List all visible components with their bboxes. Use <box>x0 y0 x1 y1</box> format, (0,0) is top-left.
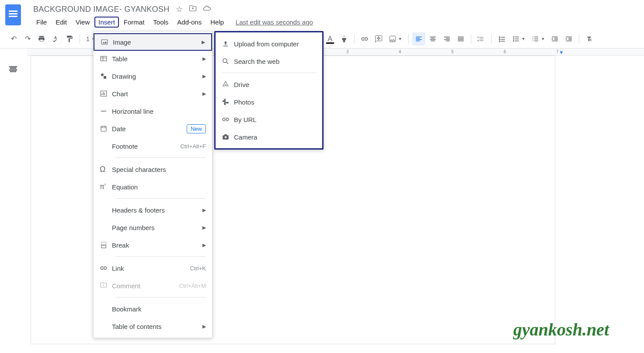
text-color-button[interactable]: A <box>324 32 337 45</box>
docs-logo[interactable] <box>4 3 22 26</box>
spellcheck-button[interactable] <box>49 32 62 45</box>
menu-add-ons[interactable]: Add-ons <box>173 17 205 28</box>
menu-item-equation[interactable]: π²Equation <box>94 178 212 196</box>
svg-point-14 <box>225 136 227 139</box>
insert-image-button[interactable]: ▼ <box>386 35 405 43</box>
menu-item-upload-from-computer[interactable]: Upload from computer <box>216 35 322 52</box>
menu-item-label: By URL <box>234 116 316 123</box>
menu-item-link[interactable]: LinkCtrl+K <box>94 259 212 277</box>
print-button[interactable] <box>35 32 48 45</box>
menu-item-comment[interactable]: CommentCtrl+Alt+M <box>94 277 212 294</box>
line-spacing-button[interactable] <box>475 35 488 43</box>
menu-item-bookmark[interactable]: Bookmark <box>94 300 212 318</box>
url-icon <box>222 115 234 123</box>
header: BACKGROUND IMAGE- GYANKOSH ☆ FileEditVie… <box>0 0 644 30</box>
comment-icon <box>100 282 112 290</box>
menu-item-table[interactable]: Table▶ <box>94 50 212 67</box>
menu-item-label: Special characters <box>112 166 206 173</box>
shortcut-label: Ctrl+Alt+M <box>179 283 206 289</box>
svg-point-5 <box>101 73 104 76</box>
svg-rect-8 <box>101 126 106 131</box>
star-icon[interactable]: ☆ <box>176 4 183 14</box>
menu-item-label: Drive <box>234 81 316 88</box>
image-submenu: Upload from computerSearch the webDriveP… <box>214 31 324 150</box>
shortcut-label: Ctrl+Alt+F <box>180 143 206 150</box>
menu-help[interactable]: Help <box>206 17 228 28</box>
menu-item-label: Search the web <box>234 58 316 65</box>
redo-button[interactable]: ↷ <box>21 32 34 45</box>
chart-icon <box>100 90 112 98</box>
menu-item-photos[interactable]: Photos <box>216 93 322 111</box>
menu-file[interactable]: File <box>32 17 51 28</box>
menubar: FileEditViewInsertFormatToolsAdd-onsHelp… <box>27 15 644 30</box>
numbered-list-button[interactable]: ▼ <box>529 35 548 43</box>
menu-item-break[interactable]: Break▶ <box>94 236 212 254</box>
ruler-mark: 5 <box>451 49 454 54</box>
menu-item-by-url[interactable]: By URL <box>216 111 322 128</box>
menu-format[interactable]: Format <box>120 17 149 28</box>
align-right-button[interactable] <box>440 32 453 45</box>
menu-item-headers-&-footers[interactable]: Headers & footers▶ <box>94 201 212 219</box>
last-edit-link[interactable]: Last edit was seconds ago <box>236 18 313 26</box>
paint-format-button[interactable] <box>63 32 76 45</box>
menu-item-label: Comment <box>112 282 179 290</box>
photos-icon <box>222 98 234 106</box>
menu-view[interactable]: View <box>72 17 94 28</box>
undo-button[interactable]: ↶ <box>7 32 20 45</box>
clear-formatting-button[interactable] <box>583 32 596 45</box>
menu-item-date[interactable]: DateNew <box>94 120 212 137</box>
svg-rect-15 <box>224 134 227 136</box>
menu-item-label: Footnote <box>112 143 180 150</box>
ruler-mark: 3 <box>346 49 349 54</box>
cloud-icon[interactable] <box>203 4 211 14</box>
link-icon <box>100 264 112 272</box>
submenu-arrow-icon: ▶ <box>202 225 206 231</box>
menu-insert[interactable]: Insert <box>94 17 119 28</box>
svg-point-0 <box>513 36 514 38</box>
new-badge: New <box>187 124 206 133</box>
bulleted-list-button[interactable]: ▼ <box>509 35 528 43</box>
align-left-button[interactable] <box>412 32 425 45</box>
ruler-mark: 4 <box>399 49 401 54</box>
drawing-icon <box>100 72 112 80</box>
menu-item-chart[interactable]: Chart▶ <box>94 85 212 102</box>
menu-item-image[interactable]: Image▶ <box>94 33 212 51</box>
add-comment-button[interactable] <box>372 32 385 45</box>
image-icon <box>101 38 113 46</box>
menu-item-table-of-contents[interactable]: Table of contents▶ <box>94 318 212 335</box>
menu-item-footnote[interactable]: FootnoteCtrl+Alt+F <box>94 137 212 155</box>
menu-item-page-numbers[interactable]: Page numbers▶ <box>94 219 212 236</box>
camera-icon <box>222 133 234 141</box>
menu-item-label: Link <box>112 265 190 272</box>
decrease-indent-button[interactable] <box>548 32 561 45</box>
menu-item-search-the-web[interactable]: Search the web <box>216 52 322 70</box>
menu-item-drawing[interactable]: Drawing▶ <box>94 67 212 85</box>
submenu-arrow-icon: ▶ <box>202 207 206 213</box>
align-center-button[interactable] <box>426 32 439 45</box>
menu-item-camera[interactable]: Camera <box>216 128 322 146</box>
align-justify-button[interactable] <box>454 32 467 45</box>
right-indent-marker[interactable]: ▼ <box>559 49 564 56</box>
checklist-button[interactable] <box>495 35 508 43</box>
menu-item-horizontal-line[interactable]: Horizontal line <box>94 102 212 120</box>
menu-item-special-characters[interactable]: ΩSpecial characters <box>94 161 212 178</box>
document-title[interactable]: BACKGROUND IMAGE- GYANKOSH <box>33 5 170 14</box>
insert-link-button[interactable] <box>358 32 371 45</box>
submenu-arrow-icon: ▶ <box>202 73 206 79</box>
insert-dropdown: Image▶Table▶Drawing▶Chart▶Horizontal lin… <box>93 31 212 338</box>
menu-item-label: Break <box>112 241 202 249</box>
pi-icon: π² <box>100 183 112 191</box>
submenu-arrow-icon: ▶ <box>202 56 206 62</box>
outline-toggle[interactable] <box>0 56 26 344</box>
svg-point-1 <box>513 38 514 39</box>
menu-item-label: Bookmark <box>112 305 206 313</box>
move-icon[interactable] <box>189 4 197 14</box>
svg-rect-10 <box>101 245 106 248</box>
menu-item-drive[interactable]: Drive <box>216 76 322 93</box>
increase-indent-button[interactable] <box>562 32 575 45</box>
menu-edit[interactable]: Edit <box>52 17 71 28</box>
highlight-button[interactable] <box>338 32 351 45</box>
menu-tools[interactable]: Tools <box>149 17 172 28</box>
submenu-arrow-icon: ▶ <box>202 324 206 329</box>
svg-point-12 <box>223 59 227 63</box>
